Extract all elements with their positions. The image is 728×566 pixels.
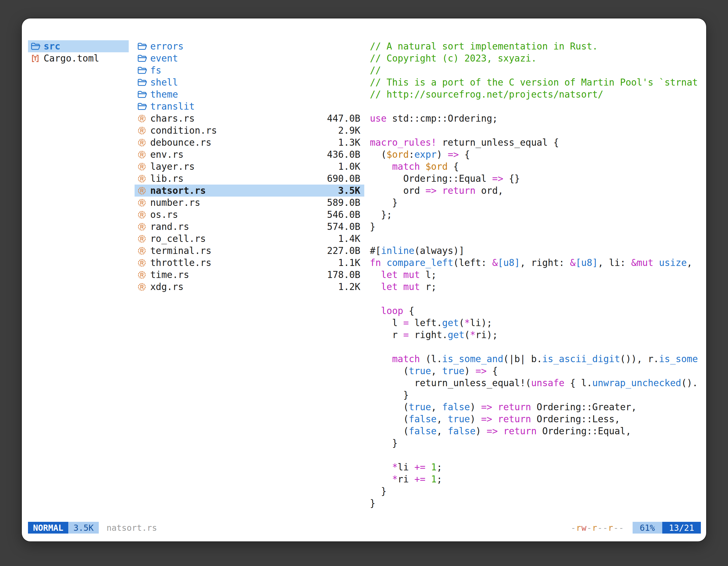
entry-name: ro_cell.rs [150, 233, 206, 244]
entry-size: 1.3K [338, 137, 364, 148]
entry-size: 2.9K [338, 125, 364, 136]
code-line: } [370, 221, 701, 233]
entry-name: debounce.rs [150, 137, 212, 148]
entry-name: theme [150, 89, 178, 100]
folder-row[interactable]: errors [135, 40, 364, 52]
code-line [370, 293, 701, 305]
file-row[interactable]: lib.rs690.0B [135, 173, 364, 185]
folder-row[interactable]: src [28, 40, 129, 52]
file-row[interactable]: throttle.rs1.1K [135, 257, 364, 269]
file-row[interactable]: natsort.rs3.5K [135, 185, 364, 197]
file-row[interactable]: Cargo.toml [28, 52, 129, 64]
status-filename: natsort.rs [107, 523, 157, 533]
file-row[interactable]: number.rs589.0B [135, 197, 364, 209]
entry-name: natsort.rs [150, 185, 206, 196]
file-row[interactable]: ro_cell.rs1.4K [135, 233, 364, 245]
code-line: (false, false) => return Ordering::Equal… [370, 425, 701, 437]
code-line: l = left.get(*li); [370, 317, 701, 329]
file-row[interactable]: env.rs436.0B [135, 149, 364, 161]
entry-name: chars.rs [150, 113, 195, 124]
entry-size: 178.0B [327, 269, 364, 280]
rust-file-icon [137, 210, 150, 219]
code-line: let mut r; [370, 281, 701, 293]
code-line: let mut l; [370, 269, 701, 281]
file-row[interactable]: terminal.rs227.0B [135, 245, 364, 257]
entry-name: condition.rs [150, 125, 217, 136]
code-line: *li += 1; [370, 461, 701, 473]
folder-row[interactable]: theme [135, 88, 364, 100]
code-line: // [370, 64, 701, 76]
preview-pane: // A natural sort implementation in Rust… [370, 40, 701, 509]
entry-size: 1.1K [338, 257, 364, 268]
code-line [370, 341, 701, 353]
code-line: // Copyright (c) 2023, sxyazi. [370, 52, 701, 64]
rust-file-icon [137, 126, 150, 135]
mode-badge: NORMAL [28, 522, 68, 534]
folder-row[interactable]: event [135, 52, 364, 64]
code-line: *ri += 1; [370, 473, 701, 485]
code-line: } [370, 389, 701, 401]
entry-name: number.rs [150, 197, 200, 208]
code-line [370, 449, 701, 461]
entry-name: throttle.rs [150, 257, 212, 268]
file-row[interactable]: time.rs178.0B [135, 269, 364, 281]
code-line: // A natural sort implementation in Rust… [370, 40, 701, 52]
code-line: // http://sourcefrog.net/projects/natsor… [370, 88, 701, 100]
code-line [370, 125, 701, 137]
file-row[interactable]: chars.rs447.0B [135, 112, 364, 125]
file-manager-panes: src Cargo.toml errors event fs shell the… [22, 40, 706, 508]
entry-name: xdg.rs [150, 281, 184, 292]
yazi-window: src Cargo.toml errors event fs shell the… [22, 18, 706, 541]
entry-name: shell [150, 77, 178, 88]
entry-name: errors [150, 41, 184, 52]
entry-size: 690.0B [327, 173, 364, 184]
entry-name: rand.rs [150, 221, 189, 232]
folder-icon [137, 90, 150, 99]
folder-row[interactable]: translit [135, 100, 364, 112]
rust-file-icon [137, 138, 150, 147]
rust-file-icon [137, 162, 150, 171]
folder-row[interactable]: shell [135, 76, 364, 88]
code-line: return_unless_equal!(unsafe { l.unwrap_u… [370, 377, 701, 389]
file-row[interactable]: condition.rs2.9K [135, 125, 364, 137]
rust-file-icon [137, 186, 150, 195]
code-line: Ordering::Equal => {} [370, 173, 701, 185]
entry-size: 1.2K [338, 281, 364, 292]
code-line: (true, false) => return Ordering::Greate… [370, 401, 701, 413]
file-permissions: -rw-r--r-- [571, 523, 624, 533]
entry-name: event [150, 53, 178, 64]
folder-row[interactable]: fs [135, 64, 364, 76]
rust-file-icon [137, 222, 150, 231]
rust-file-icon [137, 114, 150, 123]
entry-size: 1.4K [338, 233, 364, 244]
folder-icon [137, 66, 150, 75]
folder-icon [137, 102, 150, 111]
entry-name: fs [150, 65, 161, 76]
entry-name: terminal.rs [150, 245, 212, 256]
folder-icon [137, 42, 150, 51]
entry-size: 589.0B [327, 197, 364, 208]
entry-name: time.rs [150, 269, 189, 280]
file-row[interactable]: rand.rs574.0B [135, 221, 364, 233]
file-row[interactable]: debounce.rs1.3K [135, 137, 364, 149]
code-line [370, 100, 701, 112]
code-line [370, 233, 701, 245]
entry-size: 227.0B [327, 245, 364, 256]
code-line: match $ord { [370, 161, 701, 173]
entry-name: Cargo.toml [44, 53, 99, 64]
cursor-position-badge: 13/21 [662, 522, 701, 534]
file-row[interactable]: layer.rs1.0K [135, 161, 364, 173]
rust-file-icon [137, 259, 150, 267]
code-line: // This is a port of the C version of Ma… [370, 76, 701, 88]
folder-icon [137, 78, 150, 87]
rust-file-icon [137, 283, 150, 291]
code-line: } [370, 485, 701, 497]
file-row[interactable]: os.rs546.0B [135, 209, 364, 221]
entry-size: 1.0K [338, 161, 364, 172]
rust-file-icon [137, 174, 150, 183]
code-line: r = right.get(*ri); [370, 329, 701, 341]
folder-icon [31, 42, 44, 51]
file-row[interactable]: xdg.rs1.2K [135, 281, 364, 293]
code-line: fn compare_left(left: &[u8], right: &[u8… [370, 257, 701, 269]
parent-pane: src Cargo.toml [28, 40, 129, 64]
